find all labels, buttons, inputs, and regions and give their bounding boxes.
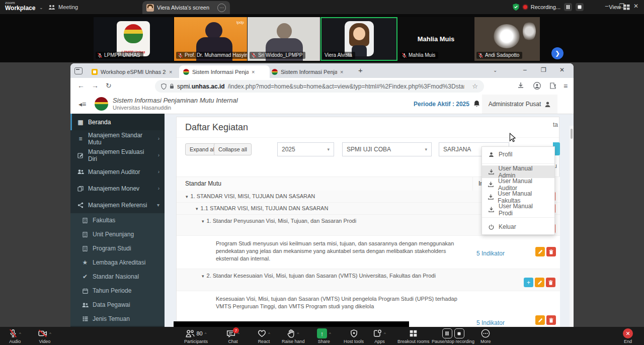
close-tab-icon[interactable]: × [169,69,172,75]
edit-button[interactable] [535,278,544,287]
sidebar-item-manajemen-auditor[interactable]: Manajemen Auditor › [70,163,165,180]
tab-search-icon[interactable] [74,67,83,74]
sidebar-item-data-pegawai[interactable]: Data Pegawai [70,298,165,312]
add-button[interactable]: + [524,278,533,287]
forward-icon[interactable]: → [92,81,99,90]
chevron-up-icon[interactable]: ^ [297,331,299,336]
menu-item-user-manual-fakultas[interactable]: User Manual Fakultas [482,191,554,203]
edit-button[interactable] [535,247,545,256]
spmi-select[interactable]: SPMI UJI COBA▾ [342,142,432,156]
tree-collapse-icon[interactable]: ▾ [196,206,198,211]
delete-button[interactable] [546,315,556,325]
year-select[interactable]: 2025▾ [277,142,334,156]
end-button[interactable]: ✕ End [623,328,633,344]
participants-button[interactable]: 80 ^ Participants [184,328,208,344]
video-tile-lpmpp-unhas[interactable]: LPMPP Unhas LPMPP UNHAS [94,17,173,61]
window-close-button[interactable]: ✕ [630,3,642,10]
indikator-count-link[interactable]: 5 Indikator [476,250,505,257]
pause-stop-recording-button[interactable]: Pause/stop recording [432,328,474,344]
sidebar-item-tahun-periode[interactable]: Tahun Periode [70,284,165,298]
periode-aktif-label[interactable]: Periode Aktif : 2025 [414,101,469,108]
menu-item-user-manual-prodi[interactable]: User Manual Prodi [482,203,554,216]
video-tile-sri-widodo[interactable]: Sri Widodo_LPMPP [248,17,320,61]
table-row-indicator[interactable]: Program Studi menyusun visi keilmuan ser… [177,236,560,269]
close-tab-icon[interactable]: × [252,69,255,75]
menu-item-user-manual-auditor[interactable]: User Manual Auditor [482,178,554,191]
audio-button[interactable]: ^ Audio [9,328,21,344]
sidebar-toggle-icon[interactable]: ◂≡ [78,100,86,108]
browser-tab-3[interactable]: Sistem Informasi Penjaminan M × [268,65,358,78]
scrollbar-thumb[interactable] [571,129,573,139]
sidebar-item-program-studi[interactable]: Program Studi [70,241,165,255]
sidebar-item-fakultas[interactable]: Fakultas [70,213,165,227]
browser-restore-button[interactable]: ❐ [541,66,546,73]
menu-icon[interactable]: ≡ [564,82,568,90]
tree-collapse-icon[interactable]: ▾ [202,219,204,224]
pause-icon[interactable] [442,328,452,338]
sidebar-item-manajemen-evaluasi-diri[interactable]: Manajemen Evaluasi Diri › [70,147,165,163]
breakout-rooms-button[interactable]: Breakout rooms [397,328,430,344]
menu-item-keluar[interactable]: Keluar [482,219,554,234]
delete-button[interactable] [546,247,556,256]
video-button[interactable]: ^ Video [38,328,51,344]
browser-tab-2-active[interactable]: Sistem Informasi Penjaminan M × [179,65,270,78]
edit-button[interactable] [535,315,545,325]
menu-item-profil[interactable]: Profil [482,147,554,162]
sidebar-item-manajemen-referensi[interactable]: Manajemen Referensi ▾ [70,197,165,213]
scrollbar[interactable] [570,126,574,331]
video-tile-andi-sadapotto[interactable]: Andi Sadapotto [474,17,540,61]
indikator-count-link[interactable]: 5 Indikator [476,319,505,326]
next-page-button[interactable]: ❯ [551,47,564,59]
video-tile-viera-alvista[interactable]: Viera Alvista [320,17,397,61]
tree-collapse-icon[interactable]: ▾ [202,274,204,279]
chevron-up-icon[interactable]: ^ [205,331,207,336]
site-shield-icon[interactable] [161,83,167,90]
chevron-down-icon[interactable]: ⌄ [39,5,43,10]
tab-meeting[interactable]: Meeting [48,0,78,14]
tab-screen-share[interactable]: Viera Alvista's screen ⋯ [142,1,230,14]
browser-minimize-button[interactable]: – [523,66,527,73]
video-tile-mahlia-muis[interactable]: Mahlia Muis Mahlia Muis [398,17,474,61]
video-tile-muhammad-hasyim[interactable]: lpdp Prof. Dr. Muhammad Hasyim, M.... [174,17,247,61]
new-tab-button[interactable]: + [358,66,363,74]
sidebar-item-lembaga-akreditasi[interactable]: ★ Lembaga Akreditasi [70,255,165,270]
extensions-icon[interactable] [549,82,556,89]
window-restore-button[interactable]: ❐ [616,3,628,10]
chevron-up-icon[interactable]: ^ [329,331,331,336]
browser-tab-1[interactable]: Workshop eSPMI Unhas 2025 - × [88,65,186,78]
raise-hand-button[interactable]: ^ Raise hand [282,328,305,344]
reload-icon[interactable]: ↻ [106,81,112,90]
address-bar[interactable]: spmi.unhas.ac.id /index.php?mod=home&sub… [155,80,484,93]
pause-recording-button[interactable] [564,3,572,11]
notifications-bell-icon[interactable] [473,100,480,108]
bookmark-star-icon[interactable]: ☆ [472,82,478,90]
user-menu-toggle[interactable]: Administrator Pusat [482,95,557,114]
chevron-up-icon[interactable]: ^ [19,331,21,336]
sidebar-item-manajemen-monev[interactable]: Manajemen Monev › [70,180,165,197]
tab-options-icon[interactable]: ⋯ [217,4,226,12]
close-tab-icon[interactable]: × [340,69,343,75]
tab-list-chevron-icon[interactable]: ⌄ [493,67,497,73]
profile-icon[interactable] [533,82,541,90]
security-shield-icon[interactable] [512,3,520,11]
sidebar-item-manajemen-standar-mutu[interactable]: ≡ Manajemen Standar Mutu › [70,130,165,147]
delete-button[interactable] [546,278,555,287]
share-button[interactable]: ↑ ^ Share [317,328,331,344]
sidebar-item-unit-penunjang[interactable]: Unit Penunjang [70,227,165,241]
stop-recording-button[interactable] [576,3,584,11]
react-button[interactable]: ^ React [258,328,270,344]
collapse-all-button[interactable]: Collapse all [214,143,252,155]
chevron-up-icon[interactable]: ^ [268,331,270,336]
sidebar-item-standar-nasional[interactable]: ✔ Standar Nasional [70,270,165,284]
back-icon[interactable]: ← [77,81,85,90]
sidebar-item-jenis-temuan[interactable]: Jenis Temuan [70,312,165,326]
host-tools-button[interactable]: Host tools [344,328,364,344]
chevron-up-icon[interactable]: ^ [384,331,386,336]
tree-collapse-icon[interactable]: ▾ [186,194,188,199]
downloads-icon[interactable] [517,82,524,89]
browser-close-button[interactable]: ✕ [559,66,565,73]
more-button[interactable]: More [480,328,491,344]
apps-button[interactable]: ^ Apps [373,328,386,344]
sidebar-item-beranda[interactable]: ▦ Beranda [70,114,165,130]
stop-icon[interactable] [454,328,464,338]
